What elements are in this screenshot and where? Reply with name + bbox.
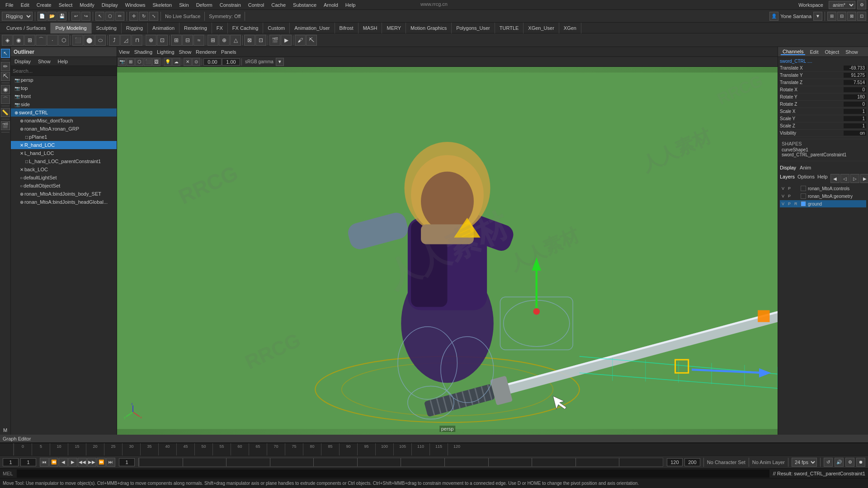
bevel-icon[interactable]: ◿ bbox=[120, 35, 131, 46]
layer-last-icon[interactable]: ▶ bbox=[860, 174, 868, 183]
snap-curve-icon[interactable]: ⌒ bbox=[36, 35, 47, 46]
tab-xgen-user[interactable]: XGen_User bbox=[524, 23, 559, 33]
channel-row-8[interactable]: Scale Z1 bbox=[780, 122, 866, 130]
select-comp-icon[interactable]: ◉ bbox=[13, 35, 24, 46]
channel-row-5[interactable]: Rotate Z0 bbox=[780, 101, 866, 108]
tab-fx-caching[interactable]: FX Caching bbox=[228, 23, 263, 33]
new-scene-icon[interactable]: 📄 bbox=[38, 12, 47, 21]
vp-texture-icon[interactable]: 🖼 bbox=[152, 58, 160, 66]
dropdown-icon[interactable]: ▼ bbox=[813, 12, 822, 21]
snap-grid-icon[interactable]: ⊞ bbox=[24, 35, 35, 46]
paint-icon[interactable]: ✏ bbox=[115, 12, 124, 21]
boolean-icon[interactable]: ⊕ bbox=[219, 35, 230, 46]
tab-turtle[interactable]: TURTLE bbox=[495, 23, 524, 33]
vp-iso-icon[interactable]: ⊙ bbox=[192, 58, 200, 66]
tab-poly-modeling[interactable]: Poly Modeling bbox=[51, 23, 91, 33]
menu-skin[interactable]: Skin bbox=[175, 2, 192, 8]
vp-gamma-icon[interactable]: ▼ bbox=[276, 58, 284, 66]
workspace-dropdown[interactable]: anim* bbox=[829, 1, 855, 9]
mirror-icon[interactable]: ⊞ bbox=[208, 35, 218, 46]
menu-skeleton[interactable]: Skeleton bbox=[149, 2, 175, 8]
tab-rendering[interactable]: Rendering bbox=[179, 23, 212, 33]
layout4-icon[interactable]: ⊡ bbox=[857, 12, 866, 21]
tree-item-1[interactable]: 📷top bbox=[11, 84, 117, 92]
tab-sculpting[interactable]: Sculpting bbox=[92, 23, 122, 33]
menu-edit[interactable]: Edit bbox=[17, 2, 33, 8]
snap-point-icon[interactable]: · bbox=[47, 35, 58, 46]
poly-sphere-icon[interactable]: ⬤ bbox=[84, 35, 94, 46]
snap-surface-icon[interactable]: ⬡ bbox=[58, 35, 69, 46]
sound-icon[interactable]: 🔊 bbox=[835, 458, 844, 467]
extrude-icon[interactable]: ⤴ bbox=[109, 35, 120, 46]
curve-tool-btn[interactable]: ⌒ bbox=[1, 95, 10, 104]
tab-motion-graphics[interactable]: Motion Graphics bbox=[406, 23, 452, 33]
go-end-btn[interactable]: ⏭ bbox=[106, 458, 115, 467]
open-scene-icon[interactable]: 📂 bbox=[47, 12, 57, 21]
vp-menu-shading[interactable]: Shading bbox=[134, 49, 152, 55]
layer-next-icon[interactable]: ▷ bbox=[850, 174, 859, 183]
vp-camera-icon[interactable]: 📷 bbox=[118, 58, 126, 66]
measure-tool-btn[interactable]: 📏 bbox=[1, 108, 10, 117]
lasso-icon[interactable]: ⬡ bbox=[105, 12, 114, 21]
smooth-icon[interactable]: ≈ bbox=[193, 35, 204, 46]
menu-constrain[interactable]: Constrain bbox=[216, 2, 245, 8]
tree-item-8[interactable]: ✕R_hand_LOC bbox=[11, 141, 117, 149]
tab-polygons-user[interactable]: Polygons_User bbox=[452, 23, 495, 33]
anim-tab[interactable]: Anim bbox=[800, 165, 811, 170]
vp-wire-icon[interactable]: ⬡ bbox=[135, 58, 143, 66]
channels-tab[interactable]: Channels bbox=[781, 49, 805, 55]
layer-row-1[interactable]: VPronan_MtoA:geometry bbox=[780, 192, 866, 200]
play-back-btn[interactable]: ◀◀ bbox=[78, 458, 87, 467]
layer-prev-icon[interactable]: ◁ bbox=[840, 174, 849, 183]
go-start-btn[interactable]: ⏮ bbox=[40, 458, 49, 467]
render-icon[interactable]: 🎬 bbox=[269, 35, 280, 46]
tab-custom[interactable]: Custom bbox=[263, 23, 290, 33]
outliner-tab-display[interactable]: Display bbox=[11, 57, 34, 66]
poly-cube-icon[interactable]: ⬛ bbox=[72, 35, 83, 46]
frame-start-input[interactable] bbox=[3, 458, 19, 466]
show-tab[interactable]: Show bbox=[844, 49, 860, 55]
menu-display[interactable]: Display bbox=[98, 2, 122, 8]
render-view-btn[interactable]: 🎬 bbox=[1, 121, 10, 130]
menu-substance[interactable]: Substance bbox=[289, 2, 320, 8]
tree-item-3[interactable]: 📷side bbox=[11, 100, 117, 108]
record-icon[interactable]: ⏺ bbox=[856, 458, 865, 467]
fps-select[interactable]: 24 fps bbox=[792, 458, 817, 467]
menu-help[interactable]: Help bbox=[342, 2, 359, 8]
menu-cache[interactable]: Cache bbox=[268, 2, 289, 8]
vp-menu-view[interactable]: View bbox=[119, 49, 130, 55]
tree-item-12[interactable]: ○defaultLightSet bbox=[11, 174, 117, 182]
menu-deform[interactable]: Deform bbox=[193, 2, 216, 8]
tab-bifrost[interactable]: Bifrost bbox=[335, 23, 359, 33]
poly-cyl-icon[interactable]: ⬭ bbox=[95, 35, 106, 46]
menu-select[interactable]: Select bbox=[55, 2, 76, 8]
channel-row-2[interactable]: Translate Z7.514 bbox=[780, 79, 866, 86]
vp-value1-input[interactable] bbox=[203, 58, 222, 66]
layout3-icon[interactable]: ⊠ bbox=[847, 12, 856, 21]
channel-row-4[interactable]: Rotate Y180 bbox=[780, 94, 866, 101]
user-icon[interactable]: 👤 bbox=[769, 12, 778, 21]
timeline-scroll[interactable]: 0510152025303540455055606570758085909510… bbox=[14, 443, 868, 455]
channel-row-3[interactable]: Rotate X0 bbox=[780, 86, 866, 94]
channel-row-7[interactable]: Scale Y1 bbox=[780, 115, 866, 122]
layer-row-0[interactable]: VPronan_MtoA:controls bbox=[780, 185, 866, 192]
undo-icon[interactable]: ↩ bbox=[71, 12, 80, 21]
tree-item-2[interactable]: 📷front bbox=[11, 92, 117, 100]
edit-tab[interactable]: Edit bbox=[808, 49, 820, 55]
prev-frame-btn[interactable]: ◀ bbox=[59, 458, 68, 467]
mode-dropdown[interactable]: Rigging bbox=[2, 12, 33, 21]
next-frame-btn[interactable]: ▶▶ bbox=[87, 458, 96, 467]
anim-start-input[interactable] bbox=[119, 458, 135, 466]
vp-shadow-icon[interactable]: ☁ bbox=[172, 58, 180, 66]
frame-current-input[interactable] bbox=[20, 458, 36, 466]
layer-add-icon[interactable]: ◀ bbox=[830, 174, 840, 183]
channel-row-0[interactable]: Translate X-69.733 bbox=[780, 65, 866, 72]
vp-menu-panels[interactable]: Panels bbox=[221, 49, 236, 55]
anim-end-input[interactable] bbox=[667, 458, 683, 466]
tree-item-0[interactable]: 📷persp bbox=[11, 76, 117, 84]
component-tool-btn[interactable]: ◉ bbox=[1, 85, 10, 94]
vp-solid-icon[interactable]: ⬛ bbox=[144, 58, 152, 66]
outliner-tab-show[interactable]: Show bbox=[34, 57, 54, 66]
animation-timeline[interactable] bbox=[138, 458, 663, 467]
select-icon[interactable]: ↖ bbox=[95, 12, 104, 21]
